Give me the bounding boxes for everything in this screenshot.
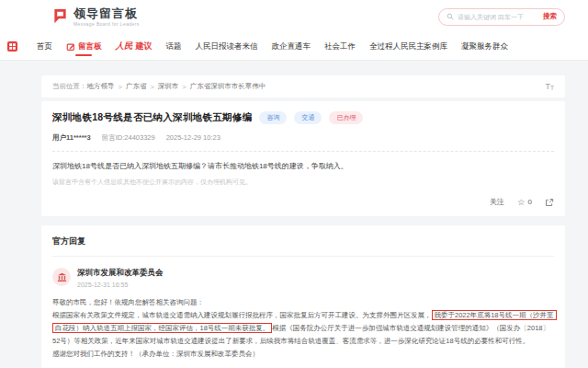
breadcrumb-local-leaders[interactable]: 地方领导	[87, 82, 115, 91]
reply-text-before-highlight: 根据国家有关政策文件规定，城市轨道交通需纳入建设规划履行报批程序，国家批复后方可…	[52, 311, 432, 319]
official-reply-card: 官方回复 深圳市发展和改革委员会 2025-12-31 16:55 尊敬的市民，…	[41, 225, 565, 368]
share-button[interactable]	[545, 198, 554, 207]
reply-org-name: 深圳市发展和改革委员会	[77, 268, 164, 279]
nav-reader-letters[interactable]: 人民日报读者来信	[196, 33, 258, 60]
nav-message-board-label: 留言板	[78, 41, 102, 52]
star-icon: ☆	[517, 198, 526, 206]
search-box: 搜索	[438, 8, 565, 26]
logo-speech-bubble-icon	[52, 7, 68, 27]
nav-people-suggestion-part2: 建议	[136, 40, 153, 52]
search-icon	[447, 13, 454, 20]
edit-board-icon	[66, 42, 75, 52]
site-header: 领导留言板 Message Board for Leaders 搜索	[0, 0, 588, 33]
nav-message-board[interactable]: 留言板	[66, 33, 102, 60]
official-reply-heading: 官方回复	[52, 236, 554, 257]
reply-paragraph-thanks: 感谢您对我们工作的支持！（承办单位：深圳市发展和改革委员会）	[52, 348, 554, 361]
breadcrumb-prefix: 当前位置：	[52, 82, 87, 91]
message-body: 深圳地铁18号线是否已纳入深圳地铁五期修编？请市长推动地铁18号线的建设，争取纳…	[52, 161, 554, 172]
star-button[interactable]: ☆ 0	[517, 198, 532, 206]
message-username: 用户11*****3	[52, 133, 91, 143]
nav-social-work[interactable]: 社会工作	[324, 33, 356, 60]
message-id: 留言ID:24403329	[102, 133, 155, 143]
nav-gov-enterprise[interactable]: 政企直通车	[272, 33, 311, 60]
reply-paragraph-main: 根据国家有关政策文件规定，城市轨道交通需纳入建设规划履行报批程序，国家批复后方可…	[52, 309, 554, 348]
reply-body: 尊敬的市民，您好！依规向您解答相关咨询问题： 根据国家有关政策文件规定，城市轨道…	[52, 296, 554, 361]
follow-button[interactable]: 关注	[490, 197, 504, 207]
nav-serve-masses[interactable]: 凝聚服务群众	[461, 33, 508, 60]
search-input[interactable]	[458, 14, 543, 20]
share-icon	[545, 198, 554, 207]
apps-menu-icon[interactable]	[7, 41, 17, 52]
tag-topic: 交通	[294, 111, 322, 124]
nav-people-suggestion-part1: 人民	[116, 40, 133, 52]
nav-topics[interactable]: 话题	[166, 33, 182, 60]
breadcrumb: 当前位置： 地方领导 > 广东省 > 深圳市 > 广东省深圳市市长覃伟中 TT	[41, 75, 565, 98]
org-avatar	[52, 268, 71, 286]
message-card: 深圳地铁18号线是否已纳入深圳地铁五期修编 咨询 交通 已办理 用户11****…	[41, 101, 565, 216]
logo-title: 领导留言板	[74, 7, 140, 19]
privacy-note: 该留言中含有个人信息或其他不便公开展示的内容，仅办理机构可见。	[52, 178, 554, 187]
nav-people-suggestion[interactable]: 人民建议	[116, 33, 153, 60]
message-date: 2025-12-29 10:23	[166, 133, 220, 143]
nav-home[interactable]: 首页	[37, 33, 52, 60]
breadcrumb-mayor[interactable]: 广东省深圳市市长覃伟中	[190, 82, 266, 91]
message-title: 深圳地铁18号线是否已纳入深圳地铁五期修编	[52, 111, 252, 124]
status-badge: 已办理	[329, 111, 363, 124]
nav-democracy-cases[interactable]: 全过程人民民主案例库	[369, 33, 447, 60]
breadcrumb-separator: >	[182, 83, 186, 91]
main-nav: 首页 留言板 人民建议 话题 人民日报读者来信 政企直通车 社会工作 全过程人民…	[0, 33, 588, 61]
reply-paragraph-greeting: 尊敬的市民，您好！依规向您解答相关咨询问题：	[52, 296, 554, 309]
government-building-icon	[57, 272, 67, 282]
breadcrumb-shenzhen[interactable]: 深圳市	[158, 82, 179, 91]
font-size-toggle[interactable]: TT	[546, 83, 554, 91]
breadcrumb-separator: >	[150, 83, 153, 91]
breadcrumb-separator: >	[119, 83, 122, 91]
search-button[interactable]: 搜索	[543, 12, 557, 21]
star-count: 0	[528, 198, 532, 206]
site-logo[interactable]: 领导留言板 Message Board for Leaders	[52, 7, 140, 27]
tag-category: 咨询	[259, 111, 287, 124]
logo-subtitle: Message Board for Leaders	[74, 21, 140, 27]
breadcrumb-guangdong[interactable]: 广东省	[126, 82, 147, 91]
font-toggle-small-T: T	[550, 85, 554, 91]
reply-date: 2025-12-31 16:55	[77, 282, 164, 288]
